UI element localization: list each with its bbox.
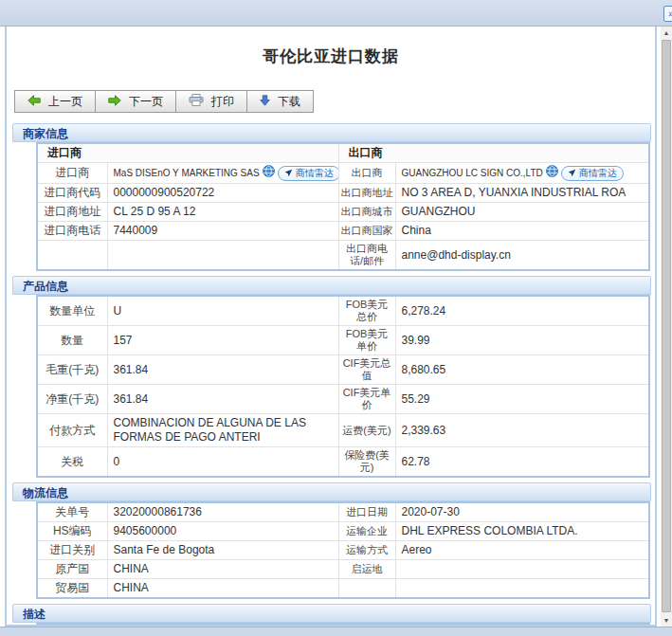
field-value: 157 — [107, 326, 338, 355]
merchant-table: 进口商 出口商 进口商 MaS DISEnO Y MARKETING SAS商情… — [36, 142, 650, 271]
exporter-name-cell: GUANGZHOU LC SIGN CO.,LTD商情雷达 — [395, 163, 649, 184]
radar-button-label: 商情雷达 — [579, 166, 617, 180]
field-label: 运输方式 — [338, 541, 395, 560]
field-label: 数量单位 — [37, 296, 107, 326]
field-value: 32020000861736 — [107, 502, 338, 522]
scrollbar-thumb[interactable] — [662, 40, 671, 612]
table-row: HS编码 9405600000 运输企业 DHL EXPRESS COLOMBI… — [37, 522, 649, 541]
section-header: 商家信息 — [12, 123, 651, 142]
table-row: 关单号 32020000861736 进口日期 2020-07-30 — [37, 502, 649, 522]
field-value: 361.84 — [107, 355, 338, 385]
table-row: 毛重(千克) 361.84 CIF美元总值 8,680.65 — [37, 355, 649, 385]
table-row: 出口商电话/邮件 anne@dhd-display.cn — [37, 241, 649, 271]
section-header: 描述 — [12, 604, 651, 623]
table-row: 关税 0 保险费(美元) 62.78 — [37, 447, 649, 478]
field-value: COMBINACION DE ALGUNA DE LAS FORMAS DE P… — [107, 414, 338, 447]
radar-button[interactable]: 商情雷达 — [561, 166, 624, 181]
printer-icon — [189, 94, 204, 109]
field-label: 贸易国 — [37, 579, 107, 599]
field-label: 进口日期 — [338, 502, 395, 522]
field-label: 进口商电话 — [37, 222, 107, 241]
table-row: 数量 157 FOB美元单价 39.99 — [37, 326, 649, 355]
scroll-down-arrow[interactable]: ▼ — [661, 614, 672, 627]
arrow-left-icon — [27, 95, 41, 109]
field-value: 6,278.24 — [395, 296, 649, 326]
next-page-button[interactable]: 下一页 — [95, 90, 176, 113]
section-description: 描述 产品详细描述 DO 32009655 FACTURAS 202007040… — [12, 604, 651, 627]
content-panel: 哥伦比亚进口数据 上一页 下一页 打印 — [5, 27, 657, 627]
arrow-down-icon — [260, 95, 270, 109]
importer-name: MaS DISEnO Y MARKETING SAS — [114, 168, 260, 178]
field-label: 运输企业 — [338, 522, 395, 541]
table-row: 进口商地址 CL 25 D 95 A 12 出口商城市 GUANGZHOU — [37, 203, 649, 222]
field-label: FOB美元总价 — [338, 296, 395, 326]
field-label: 出口商地址 — [338, 184, 395, 203]
field-value: 39.99 — [395, 326, 649, 355]
field-value: 55.29 — [395, 385, 649, 414]
section-header: 物流信息 — [12, 482, 651, 501]
section-header: 产品信息 — [12, 276, 651, 295]
field-label: 出口商电话/邮件 — [338, 241, 395, 271]
logistics-table: 关单号 32020000861736 进口日期 2020-07-30 HS编码 … — [36, 501, 650, 599]
print-button[interactable]: 打印 — [175, 90, 247, 113]
section-product-info: 产品信息 数量单位 U FOB美元总价 6,278.24 数量 157 FOB美… — [12, 276, 651, 478]
field-label: 关税 — [37, 447, 107, 478]
field-label: HS编码 — [37, 522, 107, 541]
table-row: 付款方式 COMBINACION DE ALGUNA DE LAS FORMAS… — [37, 414, 649, 447]
field-value: Aereo — [395, 541, 649, 560]
field-value: 8,680.65 — [395, 355, 649, 385]
field-label: 付款方式 — [37, 414, 107, 447]
field-value: CL 25 D 95 A 12 — [107, 203, 338, 222]
field-value — [107, 241, 338, 271]
field-label: 净重(千克) — [37, 385, 107, 414]
toolbar: 上一页 下一页 打印 下载 — [14, 90, 655, 113]
collapse-panel-button[interactable]: » — [663, 6, 672, 22]
field-label: 保险费(美元) — [338, 447, 395, 478]
field-label: 关单号 — [37, 502, 107, 522]
field-value: 2020-07-30 — [395, 502, 649, 522]
field-label: 出口商国家 — [338, 222, 395, 241]
field-value: 0 — [107, 447, 338, 478]
table-row: 进口商代码 0000000900520722 出口商地址 NO 3 AREA D… — [37, 184, 649, 203]
exporter-name: GUANGZHOU LC SIGN CO.,LTD — [402, 168, 543, 178]
field-value: U — [107, 296, 338, 326]
field-label: 进口关别 — [37, 541, 107, 560]
field-label: 启运地 — [338, 560, 395, 579]
scroll-up-arrow[interactable]: ▲ — [661, 27, 672, 39]
field-value: NO 3 AREA D, YUANXIA INDUSTRIAL ROA — [395, 184, 649, 203]
next-page-label: 下一页 — [129, 94, 163, 110]
table-row: 净重(千克) 361.84 CIF美元单价 55.29 — [37, 385, 649, 414]
print-label: 打印 — [211, 94, 234, 110]
table-row: 进口商电话 7440009 出口商国家 China — [37, 222, 649, 241]
field-value — [395, 560, 649, 579]
field-label: 进口商地址 — [37, 203, 107, 222]
globe-icon[interactable] — [546, 165, 558, 181]
window-bottom-bar — [0, 627, 672, 636]
globe-icon[interactable] — [263, 165, 275, 181]
field-label: 运费(美元) — [338, 414, 395, 447]
field-value: 9405600000 — [107, 522, 338, 541]
field-label: 进口商 — [37, 163, 107, 184]
section-logistics-info: 物流信息 关单号 32020000861736 进口日期 2020-07-30 … — [12, 482, 651, 599]
field-label — [37, 241, 107, 271]
field-value — [395, 579, 649, 599]
window-top-bar — [0, 0, 672, 27]
section-merchant-info: 商家信息 进口商 出口商 进口商 MaS DISEnO Y MARKETING … — [12, 123, 651, 271]
product-table: 数量单位 U FOB美元总价 6,278.24 数量 157 FOB美元单价 3… — [36, 295, 650, 478]
field-label: 出口商 — [338, 163, 395, 184]
vertical-scrollbar[interactable]: ▲ ▼ — [661, 27, 672, 627]
field-value: GUANGZHOU — [395, 203, 649, 222]
field-value: 2,339.63 — [395, 414, 649, 447]
prev-page-button[interactable]: 上一页 — [14, 90, 96, 113]
field-value: 0000000900520722 — [107, 184, 338, 203]
field-label: 进口商代码 — [37, 184, 107, 203]
radar-arrow-icon — [568, 169, 576, 177]
download-button[interactable]: 下载 — [246, 90, 314, 113]
field-label: 原产国 — [37, 560, 107, 579]
radar-button[interactable]: 商情雷达 — [278, 166, 338, 181]
field-value: 7440009 — [107, 222, 338, 241]
field-value: anne@dhd-display.cn — [395, 241, 649, 271]
importer-column-header: 进口商 — [37, 143, 338, 163]
field-value: DHL EXPRESS COLOMBIA LTDA. — [395, 522, 649, 541]
field-label: CIF美元单价 — [338, 385, 395, 414]
